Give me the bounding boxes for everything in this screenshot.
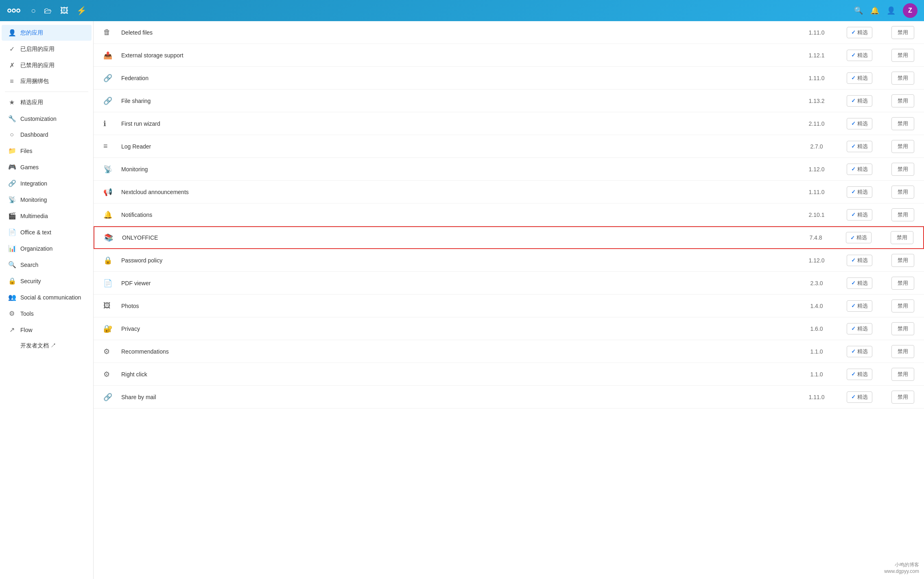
sidebar-item-tools[interactable]: ⚙Tools (2, 306, 92, 321)
svg-point-4 (13, 10, 15, 12)
check-icon: ✓ (851, 120, 856, 127)
bolt-nav-icon[interactable]: ⚡ (76, 6, 87, 15)
monitoring-action-col: 禁用 (882, 163, 914, 176)
file-sharing-disable-button[interactable]: 禁用 (891, 94, 914, 107)
federation-disable-button[interactable]: 禁用 (891, 72, 914, 85)
sidebar-item-flow[interactable]: ↗Flow (2, 322, 92, 338)
sidebar-item-label-security: Security (20, 278, 41, 284)
sidebar-item-games[interactable]: 🎮Games (2, 159, 92, 175)
log-reader-disable-button[interactable]: 禁用 (891, 140, 914, 153)
sidebar-item-search[interactable]: 🔍Search (2, 257, 92, 273)
share-by-mail-app-name: Share by mail (118, 394, 796, 400)
folder-nav-icon[interactable]: 🗁 (44, 6, 52, 15)
sidebar-item-social-communication[interactable]: 👥Social & communication (2, 289, 92, 305)
privacy-disable-button[interactable]: 禁用 (891, 322, 914, 335)
sidebar-item-label-organization: Organization (20, 245, 52, 252)
first-run-wizard-app-version: 2.11.0 (796, 120, 837, 127)
monitoring-app-version: 1.12.0 (796, 166, 837, 173)
recommendations-badge[interactable]: ✓精选 (847, 346, 872, 357)
check-icon: ✓ (851, 98, 856, 104)
privacy-badge[interactable]: ✓精选 (847, 323, 872, 334)
deleted-files-app-version: 1.11.0 (796, 29, 837, 36)
sidebar-item-your-apps[interactable]: 👤您的应用 (2, 25, 92, 41)
sidebar-item-security[interactable]: 🔒Security (2, 273, 92, 289)
federation-action-col: 禁用 (882, 72, 914, 85)
bell-icon[interactable]: 🔔 (870, 6, 879, 15)
sidebar-item-files[interactable]: 📁Files (2, 143, 92, 159)
check-icon: ✓ (851, 371, 856, 377)
sidebar-item-featured-apps[interactable]: ★精选应用 (2, 94, 92, 110)
right-click-badge-label: 精选 (857, 371, 868, 378)
sidebar-item-label-disabled-apps: 已禁用的应用 (20, 62, 55, 69)
your-apps-icon: 👤 (8, 29, 15, 37)
share-by-mail-disable-button[interactable]: 禁用 (891, 391, 914, 404)
check-icon: ✓ (851, 280, 856, 286)
sidebar-item-dashboard[interactable]: ○Dashboard (2, 127, 92, 142)
deleted-files-badge[interactable]: ✓精选 (847, 27, 872, 38)
app-row-federation: 🔗Federation1.11.0✓精选禁用 (94, 67, 924, 90)
external-storage-disable-button[interactable]: 禁用 (891, 49, 914, 62)
topbar-nav: ○ 🗁 🖼 ⚡ (31, 6, 87, 15)
monitoring-badge[interactable]: ✓精选 (847, 164, 872, 175)
app-row-first-run-wizard: ℹFirst run wizard2.11.0✓精选禁用 (94, 112, 924, 135)
nextcloud-announcements-action-col: 禁用 (882, 186, 914, 199)
sidebar-item-organization[interactable]: 📊Organization (2, 240, 92, 256)
nextcloud-announcements-badge[interactable]: ✓精选 (847, 186, 872, 198)
sidebar-item-app-bundles[interactable]: ≡应用捆绑包 (2, 74, 92, 89)
sidebar-item-integration[interactable]: 🔗Integration (2, 175, 92, 191)
onlyoffice-disable-button[interactable]: 禁用 (891, 231, 913, 244)
password-policy-app-badge-col: ✓精选 (837, 255, 882, 266)
notifications-badge[interactable]: ✓精选 (847, 209, 872, 221)
sidebar-item-label-integration: Integration (20, 180, 47, 187)
sidebar-item-label-customization: Customization (20, 116, 57, 122)
app-row-external-storage: 📤External storage support1.12.1✓精选禁用 (94, 44, 924, 67)
sidebar-item-office-text[interactable]: 📄Office & text (2, 224, 92, 240)
contacts-icon[interactable]: 👤 (887, 6, 896, 15)
search-icon[interactable]: 🔍 (854, 6, 863, 15)
image-nav-icon[interactable]: 🖼 (60, 6, 68, 15)
sidebar-item-customization[interactable]: 🔧Customization (2, 111, 92, 127)
photos-disable-button[interactable]: 禁用 (891, 299, 914, 312)
nextcloud-announcements-disable-button[interactable]: 禁用 (891, 186, 914, 199)
sidebar-item-dev-docs[interactable]: 开发者文档 ↗ (2, 338, 92, 354)
monitoring-icon: 📡 (8, 196, 15, 203)
first-run-wizard-app-name: First run wizard (118, 120, 796, 127)
right-click-app-name: Right click (118, 371, 796, 378)
federation-badge[interactable]: ✓精选 (847, 72, 872, 84)
check-icon: ✓ (851, 52, 856, 58)
recommendations-app-badge-col: ✓精选 (837, 346, 882, 357)
sidebar-item-monitoring[interactable]: 📡Monitoring (2, 192, 92, 208)
monitoring-app-name: Monitoring (118, 166, 796, 173)
pdf-viewer-badge[interactable]: ✓精选 (847, 277, 872, 289)
first-run-wizard-badge[interactable]: ✓精选 (847, 118, 872, 129)
pdf-viewer-disable-button[interactable]: 禁用 (891, 277, 914, 290)
recommendations-disable-button[interactable]: 禁用 (891, 345, 914, 358)
sidebar-item-enabled-apps[interactable]: ✓已启用的应用 (2, 41, 92, 57)
password-policy-disable-button[interactable]: 禁用 (891, 254, 914, 267)
photos-app-version: 1.4.0 (796, 303, 837, 309)
nextcloud-logo[interactable] (7, 3, 21, 18)
right-click-badge[interactable]: ✓精选 (847, 369, 872, 380)
monitoring-disable-button[interactable]: 禁用 (891, 163, 914, 176)
log-reader-badge[interactable]: ✓精选 (847, 141, 872, 152)
file-sharing-badge[interactable]: ✓精选 (847, 95, 872, 107)
share-by-mail-badge[interactable]: ✓精选 (847, 391, 872, 403)
external-storage-badge[interactable]: ✓精选 (847, 50, 872, 61)
sidebar-item-disabled-apps[interactable]: ✗已禁用的应用 (2, 57, 92, 73)
right-click-disable-button[interactable]: 禁用 (891, 368, 914, 381)
sidebar-item-multimedia[interactable]: 🎬Multimedia (2, 208, 92, 224)
onlyoffice-badge[interactable]: ✓精选 (846, 232, 872, 243)
first-run-wizard-disable-button[interactable]: 禁用 (891, 117, 914, 130)
photos-app-badge-col: ✓精选 (837, 300, 882, 312)
photos-badge[interactable]: ✓精选 (847, 300, 872, 312)
notifications-disable-button[interactable]: 禁用 (891, 208, 914, 221)
pdf-viewer-app-version: 2.3.0 (796, 280, 837, 286)
recommendations-app-name: Recommendations (118, 348, 796, 355)
avatar[interactable]: Z (903, 3, 917, 18)
external-storage-app-version: 1.12.1 (796, 52, 837, 59)
topbar-right: 🔍 🔔 👤 Z (854, 3, 917, 18)
deleted-files-disable-button[interactable]: 禁用 (891, 26, 914, 39)
circle-nav-icon[interactable]: ○ (31, 6, 36, 15)
onlyoffice-app-version: 7.4.8 (795, 234, 836, 241)
password-policy-badge[interactable]: ✓精选 (847, 255, 872, 266)
